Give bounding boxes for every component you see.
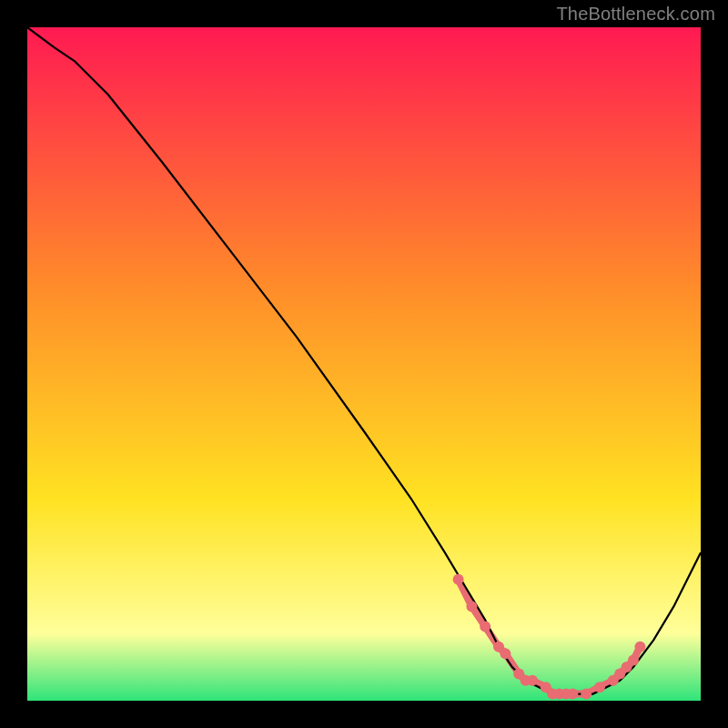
marker-dot	[453, 574, 464, 585]
plot-area	[27, 27, 701, 701]
marker-dot	[527, 675, 538, 686]
marker-dot	[480, 622, 490, 632]
marker-dot	[567, 689, 578, 700]
chart-frame: TheBottleneck.com	[0, 0, 728, 728]
marker-dot	[500, 648, 511, 659]
marker-dot	[581, 689, 592, 700]
chart-svg	[27, 27, 701, 701]
marker-dot	[594, 682, 605, 693]
gradient-background	[27, 27, 701, 701]
marker-dot	[634, 642, 645, 652]
marker-dot	[628, 655, 639, 666]
marker-dot	[466, 601, 477, 612]
watermark-label: TheBottleneck.com	[556, 4, 715, 25]
